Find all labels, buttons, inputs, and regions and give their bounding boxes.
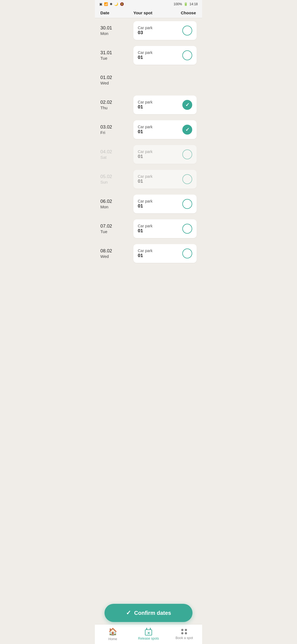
battery-text: 100% bbox=[174, 2, 182, 6]
spot-card: Car park01 bbox=[133, 145, 197, 164]
date-day: Sun bbox=[100, 180, 133, 184]
select-radio[interactable] bbox=[182, 125, 192, 135]
bottom-navigation: 🏠 Home ✕ Release spots Book a spot bbox=[95, 624, 202, 644]
sim-icon: ▣ bbox=[99, 2, 102, 6]
spot-name: Car park bbox=[138, 199, 153, 203]
date-row: 02.02ThuCar park01 bbox=[95, 92, 202, 117]
spot-name: Car park bbox=[138, 224, 153, 228]
nav-home-label: Home bbox=[108, 637, 117, 641]
date-label: 31.01Tue bbox=[100, 50, 133, 60]
date-number: 01.02 bbox=[100, 75, 133, 80]
spot-card: Car park01 bbox=[133, 120, 197, 139]
spot-card: Car park01 bbox=[133, 170, 197, 189]
bell-icon: 🔕 bbox=[120, 2, 124, 6]
status-bar: ▣ 📶 ✱ 🌙 🔕 100% 🔋 14:18 bbox=[95, 0, 202, 7]
date-row: 30.01MonCar park03 bbox=[95, 18, 202, 43]
header-choose: Choose bbox=[180, 10, 197, 15]
spot-info: Car park01 bbox=[138, 50, 153, 60]
date-day: Tue bbox=[100, 56, 133, 61]
spot-name: Car park bbox=[138, 149, 153, 154]
spot-card: Car park01 bbox=[133, 95, 197, 114]
date-day: Mon bbox=[100, 31, 133, 36]
select-radio[interactable] bbox=[182, 26, 192, 36]
spot-number: 01 bbox=[138, 55, 153, 60]
spot-name: Car park bbox=[138, 26, 153, 30]
date-number: 07.02 bbox=[100, 223, 133, 229]
header-spot: Your spot bbox=[133, 10, 180, 15]
nav-book-spot[interactable]: Book a spot bbox=[166, 629, 202, 640]
date-day: Wed bbox=[100, 254, 133, 259]
select-radio[interactable] bbox=[182, 149, 192, 159]
date-row: 31.01TueCar park01 bbox=[95, 43, 202, 68]
confirm-check-icon: ✓ bbox=[126, 609, 131, 616]
date-number: 08.02 bbox=[100, 248, 133, 254]
spot-number: 01 bbox=[138, 154, 153, 159]
date-number: 05.02 bbox=[100, 174, 133, 179]
spot-number: 01 bbox=[138, 104, 153, 110]
date-row: 04.02SatCar park01 bbox=[95, 142, 202, 167]
date-day: Sat bbox=[100, 155, 133, 160]
date-row: 08.02WedCar park01 bbox=[95, 241, 202, 266]
date-row: 07.02TueCar park01 bbox=[95, 216, 202, 241]
select-radio[interactable] bbox=[182, 50, 192, 60]
spot-info: Car park01 bbox=[138, 100, 153, 110]
date-day: Wed bbox=[100, 81, 133, 85]
date-row: 06.02MonCar park01 bbox=[95, 192, 202, 216]
column-headers: Date Your spot Choose bbox=[95, 7, 202, 18]
confirm-dates-label: Confirm dates bbox=[134, 610, 171, 616]
spot-info: Car park01 bbox=[138, 174, 153, 184]
nav-release-label: Release spots bbox=[138, 637, 159, 640]
date-label: 03.02Fri bbox=[100, 124, 133, 135]
moon-icon: 🌙 bbox=[114, 2, 118, 6]
date-label: 08.02Wed bbox=[100, 248, 133, 258]
date-number: 04.02 bbox=[100, 149, 133, 155]
select-radio[interactable] bbox=[182, 100, 192, 110]
spot-number: 01 bbox=[138, 253, 153, 258]
date-number: 06.02 bbox=[100, 199, 133, 204]
date-label: 01.02Wed bbox=[100, 75, 133, 85]
battery-icon: 🔋 bbox=[184, 2, 188, 6]
select-radio[interactable] bbox=[182, 174, 192, 184]
date-number: 03.02 bbox=[100, 124, 133, 130]
select-radio[interactable] bbox=[182, 224, 192, 234]
date-day: Tue bbox=[100, 229, 133, 234]
spot-info: Car park01 bbox=[138, 224, 153, 234]
dots-grid-icon bbox=[181, 629, 187, 635]
spot-number: 01 bbox=[138, 203, 153, 209]
spot-name: Car park bbox=[138, 50, 153, 55]
nav-release-spots[interactable]: ✕ Release spots bbox=[131, 628, 166, 640]
date-label: 07.02Tue bbox=[100, 223, 133, 234]
date-day: Fri bbox=[100, 130, 133, 135]
date-label: 04.02Sat bbox=[100, 149, 133, 159]
nav-home[interactable]: 🏠 Home bbox=[95, 627, 131, 641]
spot-number: 01 bbox=[138, 228, 153, 234]
spot-number: 01 bbox=[138, 129, 153, 135]
spot-card: Car park01 bbox=[133, 219, 197, 238]
spot-name: Car park bbox=[138, 249, 153, 253]
spot-name: Car park bbox=[138, 125, 153, 129]
date-day: Thu bbox=[100, 105, 133, 110]
date-number: 31.01 bbox=[100, 50, 133, 56]
home-icon: 🏠 bbox=[108, 627, 117, 636]
bluetooth-icon: ✱ bbox=[110, 2, 112, 6]
date-list: 30.01MonCar park0331.01TueCar park0101.0… bbox=[95, 18, 202, 615]
confirm-dates-button[interactable]: ✓ Confirm dates bbox=[105, 604, 193, 622]
select-radio[interactable] bbox=[182, 249, 192, 258]
date-row: 05.02SunCar park01 bbox=[95, 167, 202, 192]
spot-card: Car park01 bbox=[133, 46, 197, 65]
date-label: 30.01Mon bbox=[100, 25, 133, 36]
status-icons: ▣ 📶 ✱ 🌙 🔕 bbox=[99, 2, 124, 6]
spot-info: Car park03 bbox=[138, 26, 153, 36]
spot-info: Car park01 bbox=[138, 149, 153, 159]
date-label: 05.02Sun bbox=[100, 174, 133, 184]
date-number: 02.02 bbox=[100, 100, 133, 105]
spot-card: Car park01 bbox=[133, 244, 197, 263]
date-day: Mon bbox=[100, 204, 133, 209]
spot-info: Car park01 bbox=[138, 249, 153, 258]
date-row: 01.02Wed bbox=[95, 68, 202, 92]
spot-card: Car park01 bbox=[133, 195, 197, 213]
select-radio[interactable] bbox=[182, 199, 192, 209]
calendar-x-icon: ✕ bbox=[145, 628, 152, 635]
wifi-icon: 📶 bbox=[104, 2, 108, 6]
spot-card: Car park03 bbox=[133, 21, 197, 40]
